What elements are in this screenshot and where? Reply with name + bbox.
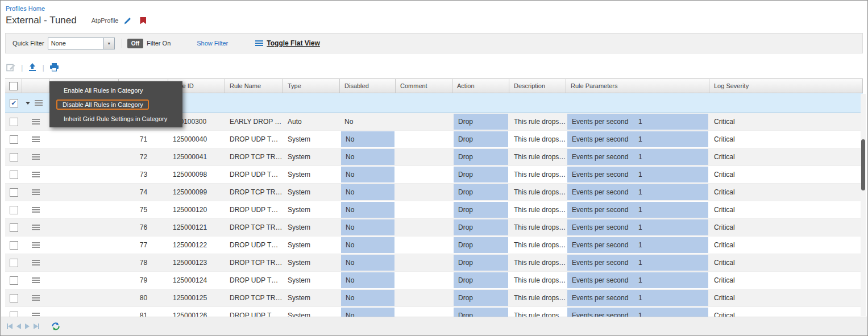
row-drag-handle[interactable] xyxy=(22,113,49,130)
cell-disabled[interactable]: No xyxy=(340,254,396,271)
row-menu-icon[interactable] xyxy=(32,136,40,142)
row-drag-handle[interactable] xyxy=(22,166,49,183)
cell-disabled[interactable]: No xyxy=(340,148,396,165)
edit-profile-pencil-icon[interactable] xyxy=(123,16,132,25)
cell-rule-parameters[interactable]: Events per second1 xyxy=(566,219,709,236)
cell-disabled[interactable]: No xyxy=(340,184,396,201)
row-menu-icon[interactable] xyxy=(32,277,40,283)
cell-rule-parameters[interactable]: Events per second1 xyxy=(566,254,709,271)
row-checkbox-cell[interactable] xyxy=(5,219,22,236)
cell-action[interactable]: Drop xyxy=(452,201,509,218)
row-checkbox-cell[interactable] xyxy=(5,201,22,218)
row-checkbox-cell[interactable] xyxy=(5,131,22,148)
col-action[interactable]: Action xyxy=(452,79,509,93)
scrollbar-thumb[interactable] xyxy=(861,139,865,190)
row-checkbox[interactable] xyxy=(10,118,18,126)
cell-action[interactable]: Drop xyxy=(452,237,509,254)
category-menu-icon[interactable] xyxy=(35,100,43,106)
row-checkbox[interactable] xyxy=(10,153,18,161)
prev-page-icon[interactable] xyxy=(16,323,21,329)
cell-disabled[interactable]: No xyxy=(340,201,396,218)
upload-icon[interactable] xyxy=(28,63,37,72)
row-menu-icon[interactable] xyxy=(32,154,40,160)
cell-disabled[interactable]: No xyxy=(340,307,396,317)
row-checkbox-cell[interactable] xyxy=(5,166,22,183)
row-drag-handle[interactable] xyxy=(22,307,49,317)
red-flag-icon[interactable] xyxy=(140,17,146,24)
cell-action[interactable]: Drop xyxy=(452,148,509,165)
row-checkbox[interactable] xyxy=(10,188,18,197)
row-drag-handle[interactable] xyxy=(22,131,49,148)
filter-toggle-button[interactable]: Off xyxy=(127,39,143,48)
row-drag-handle[interactable] xyxy=(22,254,49,271)
cell-disabled[interactable]: No xyxy=(340,289,396,306)
col-disabled[interactable]: Disabled xyxy=(340,79,396,93)
show-filter-link[interactable]: Show Filter xyxy=(197,40,228,47)
col-type[interactable]: Type xyxy=(283,79,340,93)
row-checkbox-cell[interactable] xyxy=(5,184,22,201)
cell-action[interactable]: Drop xyxy=(452,184,509,201)
cell-disabled[interactable]: No xyxy=(340,166,396,183)
cell-rule-parameters[interactable]: Events per second1 xyxy=(566,113,709,130)
row-menu-icon[interactable] xyxy=(32,295,40,301)
select-all-checkbox[interactable] xyxy=(9,82,18,90)
menu-item-inherit-grid-settings[interactable]: Inherit Grid Rule Settings in Category xyxy=(49,111,182,126)
row-menu-icon[interactable] xyxy=(32,207,40,213)
row-drag-handle[interactable] xyxy=(22,184,49,201)
row-drag-handle[interactable] xyxy=(22,237,49,254)
breadcrumb-profiles-home[interactable]: Profiles Home xyxy=(6,5,45,12)
cell-action[interactable]: Drop xyxy=(452,131,509,148)
cell-action[interactable]: Drop xyxy=(452,254,509,271)
cell-disabled[interactable]: No xyxy=(340,237,396,254)
row-checkbox-cell[interactable] xyxy=(5,272,22,289)
table-row[interactable]: 80125000125DROP TCP TR…SystemNoDropThis … xyxy=(5,289,863,307)
row-drag-handle[interactable] xyxy=(22,289,49,306)
row-checkbox[interactable] xyxy=(10,171,18,179)
row-checkbox[interactable] xyxy=(10,223,18,232)
table-row[interactable]: 79125000124DROP UDP T…SystemNoDropThis r… xyxy=(5,272,863,289)
category-checkbox[interactable] xyxy=(10,99,18,107)
cell-action[interactable]: Drop xyxy=(452,166,509,183)
row-checkbox[interactable] xyxy=(10,294,18,302)
cell-action[interactable]: Drop xyxy=(452,219,509,236)
cell-action[interactable]: Drop xyxy=(452,289,509,306)
cell-action[interactable]: Drop xyxy=(452,307,509,317)
cell-rule-parameters[interactable]: Events per second1 xyxy=(566,131,709,148)
col-log-severity[interactable]: Log Severity xyxy=(709,79,863,93)
col-comment[interactable]: Comment xyxy=(396,79,452,93)
cell-rule-parameters[interactable]: Events per second1 xyxy=(566,289,709,306)
table-row[interactable]: 72125000041DROP TCP TR…SystemNoDropThis … xyxy=(5,148,863,166)
table-row[interactable]: 77125000122DROP UDP T…SystemNoDropThis r… xyxy=(5,237,863,254)
collapse-caret-icon[interactable] xyxy=(26,102,30,105)
row-menu-icon[interactable] xyxy=(32,242,40,248)
menu-item-enable-all-rules[interactable]: Enable All Rules in Category xyxy=(49,83,182,97)
table-row[interactable]: 74125000099DROP TCP TR…SystemNoDropThis … xyxy=(5,184,863,201)
row-checkbox-cell[interactable] xyxy=(5,237,22,254)
cell-action[interactable]: Drop xyxy=(452,272,509,289)
row-checkbox[interactable] xyxy=(10,259,18,267)
row-checkbox[interactable] xyxy=(10,312,18,317)
row-checkbox-cell[interactable] xyxy=(5,113,22,130)
vertical-scrollbar[interactable] xyxy=(861,94,866,316)
row-menu-icon[interactable] xyxy=(32,260,40,266)
cell-disabled[interactable]: No xyxy=(340,219,396,236)
cell-disabled[interactable]: No xyxy=(340,272,396,289)
cell-rule-parameters[interactable]: Events per second1 xyxy=(566,307,709,317)
toggle-flat-view-link[interactable]: Toggle Flat View xyxy=(267,39,320,47)
row-menu-icon[interactable] xyxy=(32,119,40,125)
row-menu-icon[interactable] xyxy=(32,225,40,230)
col-rule-name[interactable]: Rule Name xyxy=(225,79,283,93)
row-checkbox[interactable] xyxy=(10,206,18,214)
select-all-checkbox-cell[interactable] xyxy=(5,79,22,93)
menu-item-disable-all-rules[interactable]: Disable All Rules in Category xyxy=(49,97,182,111)
cell-rule-parameters[interactable]: Events per second1 xyxy=(566,237,709,254)
row-menu-icon[interactable] xyxy=(32,189,40,195)
cell-rule-parameters[interactable]: Events per second1 xyxy=(566,184,709,201)
row-checkbox-cell[interactable] xyxy=(5,254,22,271)
row-menu-icon[interactable] xyxy=(32,313,40,317)
table-row[interactable]: 75125000120DROP UDP T…SystemNoDropThis r… xyxy=(5,201,863,219)
table-row[interactable]: 81125000126DROP UDP T…SystemNoDropThis r… xyxy=(5,307,863,317)
cell-disabled[interactable]: No xyxy=(340,113,396,130)
refresh-icon[interactable] xyxy=(51,322,60,331)
row-drag-handle[interactable] xyxy=(22,272,49,289)
